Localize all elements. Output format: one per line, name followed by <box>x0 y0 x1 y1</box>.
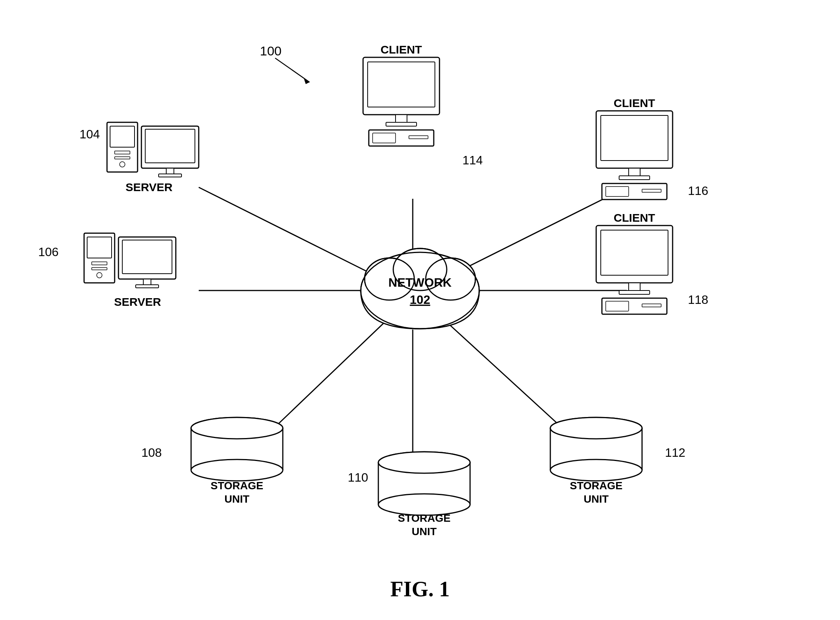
diagram-container: NETWORK 102 SERVER SERVER CLIENT CLIENT … <box>0 0 840 620</box>
svg-rect-38 <box>136 285 159 288</box>
svg-point-64 <box>191 459 283 481</box>
ref-116: 116 <box>688 184 708 198</box>
network-label: NETWORK <box>388 276 451 289</box>
svg-rect-49 <box>619 176 650 180</box>
server-106 <box>84 233 176 288</box>
ref-108: 108 <box>141 446 162 459</box>
server-104-label: SERVER <box>126 181 173 193</box>
svg-rect-41 <box>396 115 407 123</box>
svg-rect-29 <box>159 174 182 177</box>
ref-106: 106 <box>38 245 58 259</box>
svg-rect-42 <box>386 122 417 126</box>
storage-112-label-1: STORAGE <box>570 480 623 492</box>
ref-102-label: 102 <box>410 293 430 307</box>
svg-point-76 <box>550 459 642 481</box>
server-106-label: SERVER <box>114 295 161 308</box>
ref-110: 110 <box>348 471 368 484</box>
ref-114: 114 <box>462 153 483 167</box>
svg-rect-50 <box>602 183 667 200</box>
svg-rect-56 <box>619 291 650 294</box>
svg-rect-26 <box>141 126 199 168</box>
storage-110-label-1: STORAGE <box>398 512 451 524</box>
ref-104: 104 <box>79 127 100 141</box>
ref-100: 100 <box>260 44 282 58</box>
svg-point-77 <box>550 417 642 439</box>
svg-rect-55 <box>629 283 640 291</box>
client-116-label: CLIENT <box>614 97 655 109</box>
svg-rect-57 <box>602 298 667 314</box>
client-116 <box>596 111 673 200</box>
ref-118: 118 <box>688 293 708 307</box>
ref-112: 112 <box>665 446 685 459</box>
svg-rect-48 <box>629 168 640 177</box>
storage-108-label-1: STORAGE <box>211 480 263 492</box>
storage-108-label-2: UNIT <box>224 493 249 505</box>
storage-110-label-2: UNIT <box>412 526 436 537</box>
client-114 <box>363 57 439 146</box>
svg-rect-46 <box>596 111 673 168</box>
client-114-label: CLIENT <box>381 43 422 56</box>
svg-rect-53 <box>596 226 673 283</box>
server-104 <box>107 122 199 177</box>
client-118 <box>596 226 673 314</box>
storage-108 <box>191 417 283 481</box>
svg-line-78 <box>275 58 310 82</box>
svg-point-65 <box>191 417 283 439</box>
svg-line-5 <box>260 317 390 441</box>
svg-rect-39 <box>363 57 439 115</box>
svg-rect-43 <box>369 130 434 146</box>
storage-112-label-2: UNIT <box>584 493 608 505</box>
fig-label: FIG. 1 <box>390 577 450 601</box>
storage-112 <box>550 417 642 481</box>
client-118-label: CLIENT <box>614 211 655 224</box>
storage-110 <box>378 452 470 515</box>
svg-point-71 <box>378 452 470 473</box>
svg-line-0 <box>199 187 382 279</box>
svg-rect-35 <box>118 237 176 279</box>
